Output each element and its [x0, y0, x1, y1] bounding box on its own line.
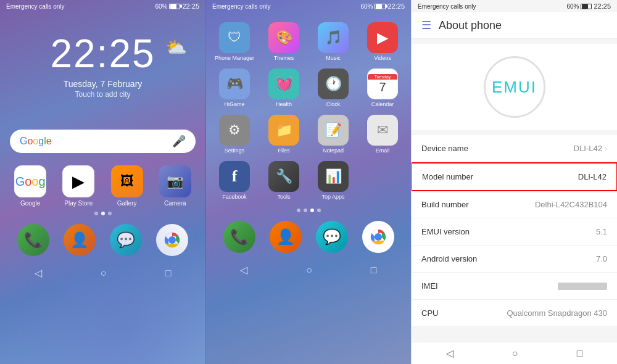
status-bar-3: Emergency calls only 60% 22:25 [412, 0, 617, 12]
status-right-1: 60% 22:25 [155, 2, 199, 10]
home-icon-playstore[interactable]: ▶ Play Store [56, 165, 101, 207]
mic-icon[interactable]: 🎤 [172, 134, 186, 148]
about-item-build-number: Build number Delhi-L42C432B104 [412, 191, 617, 218]
about-item-model-number: Model number DLI-L42 [411, 162, 617, 191]
nav-recent-2[interactable]: □ [371, 265, 377, 276]
status-bar-1: Emergency calls only 60% 22:25 [0, 0, 205, 12]
cpu-value: Qualcomm Snapdragon 430 [507, 308, 607, 318]
app-health[interactable]: 💓 Health [260, 66, 307, 110]
clock-label: Clock [326, 101, 341, 107]
dot2-4 [317, 209, 321, 212]
dock-contacts-2[interactable]: 👤 [270, 221, 302, 253]
dot-3 [108, 212, 112, 215]
app-clock[interactable]: 🕐 Clock [310, 66, 357, 110]
bottom-dock-1: 📞 👤 💬 [0, 220, 205, 260]
dock-phone-1[interactable]: 📞 [17, 224, 49, 256]
videos-icon: ▶ [367, 22, 398, 53]
android-version-label: Android version [421, 254, 477, 263]
app-top-apps[interactable]: 📊 Top Apps [310, 159, 357, 202]
nav-recent-3[interactable]: □ [577, 348, 583, 359]
app-calendar[interactable]: Tuesday 7 Calendar [359, 66, 406, 110]
videos-label: Videos [374, 55, 391, 61]
svg-point-5 [375, 234, 381, 240]
dot2-3 [310, 209, 314, 212]
status-right-3: 60% 22:25 [566, 2, 611, 10]
emui-logo-text: EMUI [492, 78, 537, 97]
app-themes[interactable]: 🎨 Themes [260, 20, 307, 64]
nav-home-3[interactable]: ○ [512, 348, 518, 359]
health-label: Health [276, 101, 292, 107]
home-icon-camera[interactable]: 📷 Camera [153, 165, 197, 207]
battery-icon-2 [375, 4, 386, 9]
clock-icon: 🕐 [318, 68, 349, 99]
battery-percent-3: 60% [566, 3, 579, 10]
status-emergency-3: Emergency calls only [418, 3, 476, 10]
dock-chrome-2[interactable] [362, 221, 394, 253]
app-email[interactable]: ✉ Email [359, 112, 406, 156]
dock-chrome-1[interactable] [156, 224, 188, 256]
app-music[interactable]: 🎵 Music [310, 20, 357, 64]
dock-phone-2[interactable]: 📞 [223, 221, 255, 253]
health-icon: 💓 [268, 68, 299, 99]
time-status-3: 22:25 [594, 2, 611, 10]
notepad-icon: 📝 [318, 115, 349, 146]
dock-contacts-1[interactable]: 👤 [64, 224, 96, 256]
home-icon-google[interactable]: Goog Google [8, 165, 52, 207]
dock-messages-2[interactable]: 💬 [316, 221, 348, 253]
panel-lockscreen: Emergency calls only 60% 22:25 22:25 Tue… [0, 0, 205, 364]
app-videos[interactable]: ▶ Videos [359, 20, 406, 64]
nav-back-3[interactable]: ◁ [446, 347, 453, 359]
svg-point-0 [165, 233, 180, 247]
app-settings[interactable]: ⚙ Settings [211, 112, 258, 156]
home-icon-gallery[interactable]: 🖼 Gallery [105, 165, 149, 207]
playstore-label: Play Store [64, 200, 93, 207]
app-files[interactable]: 📁 Files [260, 112, 307, 156]
lock-date: Tuesday, 7 February [0, 79, 205, 89]
nav-back-1[interactable]: ◁ [35, 267, 42, 279]
app-higame[interactable]: 🎮 HiGame [211, 66, 258, 110]
dock-messages-1[interactable]: 💬 [110, 224, 142, 256]
status-emergency-1: Emergency calls only [6, 3, 64, 10]
about-phone-title: About phone [439, 19, 502, 32]
chevron-icon-device: › [605, 144, 607, 153]
camera-label: Camera [164, 200, 186, 207]
hamburger-menu-icon[interactable]: ☰ [421, 19, 431, 32]
themes-icon: 🎨 [268, 22, 299, 53]
files-icon: 📁 [268, 115, 299, 146]
nav-home-1[interactable]: ○ [101, 268, 107, 279]
dot-1 [94, 212, 98, 215]
about-header: ☰ About phone [412, 12, 617, 39]
top-apps-label: Top Apps [321, 194, 344, 200]
camera-icon-box: 📷 [159, 165, 191, 197]
device-name-label: Device name [421, 144, 468, 153]
google-icon-box: Goog [14, 165, 46, 197]
bottom-dock-2: 📞 👤 💬 [206, 217, 411, 257]
nav-back-2[interactable]: ◁ [240, 264, 247, 276]
music-icon: 🎵 [318, 22, 349, 53]
tools-icon: 🔧 [268, 161, 299, 192]
status-right-2: 60% 22:25 [360, 2, 405, 10]
email-label: Email [376, 147, 390, 154]
nav-home-2[interactable]: ○ [306, 265, 312, 276]
google-logo: Google [20, 136, 52, 147]
emui-circle: EMUI [484, 56, 545, 118]
gallery-label: Gallery [117, 200, 137, 207]
app-tools[interactable]: 🔧 Tools [260, 159, 307, 202]
playstore-icon-box: ▶ [62, 165, 94, 197]
app-phone-manager[interactable]: 🛡 Phone Manager [211, 20, 258, 64]
app-notepad[interactable]: 📝 Notepad [310, 112, 357, 156]
page-dots-1 [0, 212, 205, 215]
google-search-bar[interactable]: Google 🎤 [10, 130, 196, 153]
svg-point-1 [168, 236, 176, 244]
cpu-label: CPU [421, 308, 438, 318]
facebook-label: Facebook [222, 194, 247, 200]
about-item-device-name[interactable]: Device name DLI-L42 › [412, 135, 617, 162]
app-facebook[interactable]: f Facebook [211, 159, 258, 202]
nav-bar-3: ◁ ○ □ [412, 342, 617, 364]
status-bar-2: Emergency calls only 60% 22:25 [206, 0, 411, 12]
email-icon: ✉ [367, 115, 398, 146]
imei-label: IMEI [421, 281, 438, 291]
nav-recent-1[interactable]: □ [165, 268, 172, 279]
themes-label: Themes [274, 55, 294, 61]
battery-percent-2: 60% [360, 3, 373, 10]
